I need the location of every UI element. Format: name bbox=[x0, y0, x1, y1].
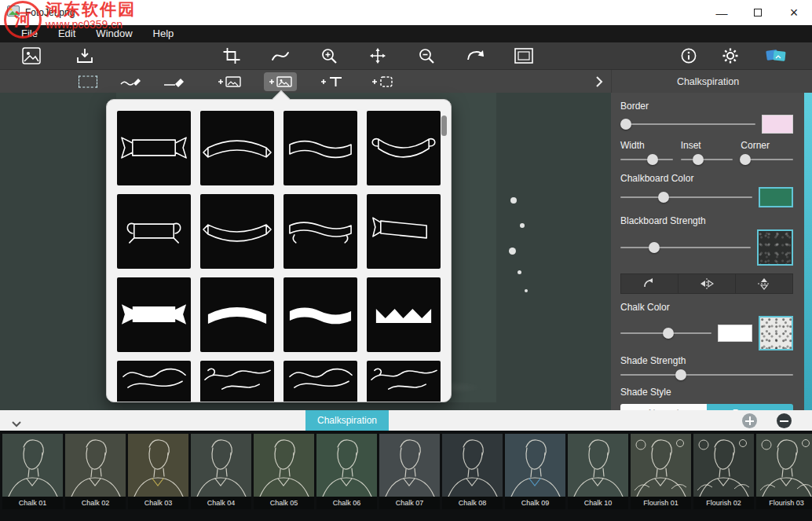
template-thumbnail-label: Chalk 06 bbox=[316, 497, 377, 509]
flip-horizontal-button[interactable] bbox=[678, 274, 736, 293]
minimize-button[interactable]: — bbox=[704, 0, 740, 25]
clipart-thumbnail[interactable] bbox=[367, 194, 441, 269]
clipart-thumbnail[interactable] bbox=[117, 361, 191, 402]
chalkboard-color-slider[interactable] bbox=[620, 192, 752, 203]
clipart-thumbnail[interactable] bbox=[367, 277, 441, 352]
info-icon[interactable] bbox=[680, 47, 697, 64]
marquee-select-tool[interactable] bbox=[79, 75, 97, 87]
menu-help[interactable]: Help bbox=[143, 25, 185, 42]
workspace: Border Width Inset Corner Chalkboard Col… bbox=[0, 93, 812, 410]
slider-handle[interactable] bbox=[675, 369, 686, 380]
chalkboard-color-swatch[interactable] bbox=[759, 187, 793, 207]
clipart-thumbnail[interactable] bbox=[200, 361, 274, 402]
photo-frame-icon[interactable] bbox=[514, 48, 533, 64]
marquee-select-icon bbox=[79, 75, 97, 87]
template-thumbnail[interactable]: Chalk 08 bbox=[442, 434, 503, 521]
template-thumbnail[interactable]: Chalk 10 bbox=[568, 434, 628, 521]
redo-icon[interactable] bbox=[466, 47, 485, 64]
add-text-button[interactable] bbox=[315, 72, 348, 91]
gear-icon[interactable] bbox=[722, 47, 739, 64]
shade-strength-slider[interactable] bbox=[620, 369, 793, 380]
popup-scrollbar-thumb[interactable] bbox=[441, 116, 447, 136]
popup-scrollbar[interactable] bbox=[441, 111, 447, 391]
close-button[interactable]: × bbox=[776, 0, 812, 25]
collapse-strip-button[interactable] bbox=[11, 416, 22, 431]
slider-handle[interactable] bbox=[740, 154, 751, 165]
shade-style-label: Shade Style bbox=[620, 387, 793, 398]
zoom-out-icon[interactable] bbox=[418, 47, 435, 64]
draw-curve-icon[interactable] bbox=[271, 47, 290, 64]
rotate-button[interactable] bbox=[621, 274, 678, 293]
inset-label: Inset bbox=[681, 140, 733, 151]
template-thumbnail[interactable]: Chalk 05 bbox=[254, 434, 314, 521]
expand-more-icon[interactable] bbox=[595, 75, 603, 88]
category-tab-chalkspiration[interactable]: Chalkspiration bbox=[305, 410, 389, 431]
template-thumbnail[interactable]: Chalk 07 bbox=[379, 434, 440, 521]
move-icon[interactable] bbox=[369, 47, 386, 64]
blackboard-strength-slider[interactable] bbox=[620, 242, 751, 253]
clipart-thumbnail[interactable] bbox=[367, 361, 441, 402]
template-thumbnail[interactable]: Flourish 02 bbox=[693, 434, 754, 521]
template-thumbnail[interactable]: Flourish 03 bbox=[756, 434, 812, 521]
clipart-thumbnail[interactable] bbox=[117, 194, 191, 269]
menu-window[interactable]: Window bbox=[86, 25, 142, 42]
shade-style-toggle: Normal Reverse bbox=[620, 404, 793, 410]
slider-handle[interactable] bbox=[649, 242, 660, 253]
clipart-thumbnail[interactable] bbox=[200, 194, 274, 269]
template-thumbnail[interactable]: Chalk 09 bbox=[505, 434, 565, 521]
template-thumbnail-label: Chalk 03 bbox=[128, 497, 188, 509]
border-color-swatch[interactable] bbox=[762, 115, 793, 134]
template-thumbnail[interactable]: Chalk 01 bbox=[2, 434, 63, 521]
template-thumbnail[interactable]: Chalk 04 bbox=[191, 434, 251, 521]
shade-style-normal-button[interactable]: Normal bbox=[620, 404, 707, 410]
clipart-thumbnail[interactable] bbox=[117, 277, 191, 352]
border-label: Border bbox=[620, 101, 793, 112]
template-filmstrip: Chalk 01Chalk 02Chalk 03Chalk 04Chalk 05… bbox=[0, 431, 812, 521]
template-thumbnail-image bbox=[2, 434, 63, 497]
clipart-thumbnail[interactable] bbox=[283, 111, 357, 185]
clipart-thumbnail[interactable] bbox=[200, 111, 274, 185]
zoom-in-icon[interactable] bbox=[320, 47, 338, 64]
template-thumbnail[interactable]: Flourish 01 bbox=[631, 434, 691, 521]
template-thumbnail-image bbox=[316, 434, 377, 497]
image-icon[interactable] bbox=[22, 47, 41, 64]
chalk-brush-tool[interactable] bbox=[120, 75, 142, 88]
shade-style-reverse-button[interactable]: Reverse bbox=[707, 404, 793, 410]
eraser-brush-tool[interactable] bbox=[163, 75, 185, 88]
chalk-color-swatch[interactable] bbox=[718, 325, 752, 342]
import-icon[interactable] bbox=[75, 47, 94, 64]
corner-slider[interactable] bbox=[741, 154, 793, 165]
clipart-thumbnail[interactable] bbox=[200, 277, 274, 352]
clipart-thumbnail[interactable] bbox=[283, 361, 357, 402]
thumbnails-zoom-in-button[interactable] bbox=[742, 413, 757, 428]
slider-handle[interactable] bbox=[620, 119, 631, 130]
thumbnails-zoom-out-button[interactable] bbox=[777, 413, 792, 428]
maximize-button[interactable] bbox=[740, 0, 776, 25]
template-thumbnail[interactable]: Chalk 03 bbox=[128, 434, 188, 521]
crop-icon[interactable] bbox=[223, 47, 241, 64]
inset-slider[interactable] bbox=[681, 154, 733, 165]
clipart-thumbnail[interactable] bbox=[283, 277, 357, 352]
slider-handle[interactable] bbox=[647, 154, 658, 165]
template-thumbnail[interactable]: Chalk 06 bbox=[316, 434, 377, 521]
template-thumbnail[interactable]: Chalk 02 bbox=[65, 434, 126, 521]
clipart-thumbnail[interactable] bbox=[117, 111, 191, 185]
width-slider[interactable] bbox=[620, 154, 673, 165]
slider-handle[interactable] bbox=[693, 154, 704, 165]
clipart-thumbnail[interactable] bbox=[283, 194, 357, 269]
border-slider[interactable] bbox=[620, 119, 755, 130]
menu-file[interactable]: File bbox=[11, 25, 48, 42]
add-clipart-button[interactable] bbox=[264, 72, 297, 91]
chalk-color-slider[interactable] bbox=[620, 328, 711, 339]
panel-scrollbar[interactable] bbox=[804, 93, 812, 410]
collage-icon[interactable] bbox=[765, 47, 787, 64]
menu-edit[interactable]: Edit bbox=[48, 25, 86, 42]
flip-vertical-button[interactable] bbox=[736, 274, 792, 293]
clipart-thumbnail[interactable] bbox=[367, 111, 441, 185]
chalk-texture-swatch[interactable] bbox=[759, 316, 793, 350]
blackboard-texture-swatch[interactable] bbox=[757, 229, 793, 266]
slider-handle[interactable] bbox=[663, 328, 674, 339]
add-photo-button[interactable] bbox=[213, 72, 246, 91]
slider-handle[interactable] bbox=[658, 192, 669, 203]
add-shape-button[interactable] bbox=[366, 72, 399, 91]
